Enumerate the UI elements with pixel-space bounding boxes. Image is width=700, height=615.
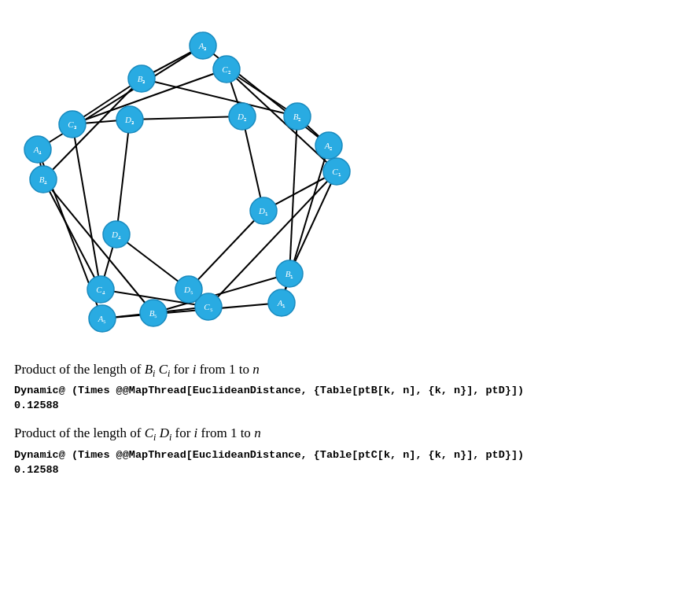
edge-B1-C1 <box>289 171 337 274</box>
node-A1: A₁ <box>268 289 295 316</box>
edge-B2-B3 <box>142 79 297 116</box>
node-A3: A₃ <box>190 32 216 59</box>
node-C1: C₁ <box>323 158 350 185</box>
graph-container: A₁A₂A₃A₄A₅B₁B₂B₃B₄B₅C₁C₂C₃C₄C₅D₁D₂D₃D₄D₅ <box>0 0 700 354</box>
product-desc-1: Product of the length of Bi Ci for i fro… <box>14 362 686 380</box>
edge-C5-C1 <box>208 171 337 307</box>
edge-D5-D1 <box>189 211 263 289</box>
edge-C3-C4 <box>72 124 101 289</box>
result-line-2: 0.12588 <box>14 464 686 476</box>
node-D2: D₂ <box>229 103 256 130</box>
code-line-1: Dynamic@ (Times @@MapThread[EuclideanDis… <box>14 385 686 396</box>
node-D3: D₃ <box>116 106 143 133</box>
product-desc-2: Product of the length of Ci Di for i fro… <box>14 425 686 444</box>
node-B2: B₂ <box>284 103 311 130</box>
node-D4: D₄ <box>103 221 130 248</box>
graph-svg: A₁A₂A₃A₄A₅B₁B₂B₃B₄B₅C₁C₂C₃C₄C₅D₁D₂D₃D₄D₅ <box>0 0 700 354</box>
result-line-1: 0.12588 <box>14 400 686 411</box>
edge-D3-D4 <box>116 120 130 234</box>
node-D1: D₁ <box>250 197 277 224</box>
node-B3: B₃ <box>128 65 155 92</box>
node-A4: A₄ <box>24 136 51 163</box>
node-A5: A₅ <box>89 305 116 332</box>
node-B5: B₅ <box>140 300 167 326</box>
code-line-2: Dynamic@ (Times @@MapThread[EuclideanDis… <box>14 449 686 461</box>
edge-D2-D3 <box>130 116 242 120</box>
node-A2: A₂ <box>315 132 342 159</box>
edge-B4-C4 <box>43 179 101 289</box>
edge-D1-D2 <box>242 116 263 211</box>
node-C2: C₂ <box>213 56 240 83</box>
text-section: Product of the length of Bi Ci for i fro… <box>0 354 700 476</box>
node-C3: C₃ <box>59 111 86 138</box>
node-C4: C₄ <box>87 276 114 303</box>
node-B4: B₄ <box>30 166 57 193</box>
node-D5: D₅ <box>175 276 202 303</box>
node-B1: B₁ <box>276 260 303 287</box>
